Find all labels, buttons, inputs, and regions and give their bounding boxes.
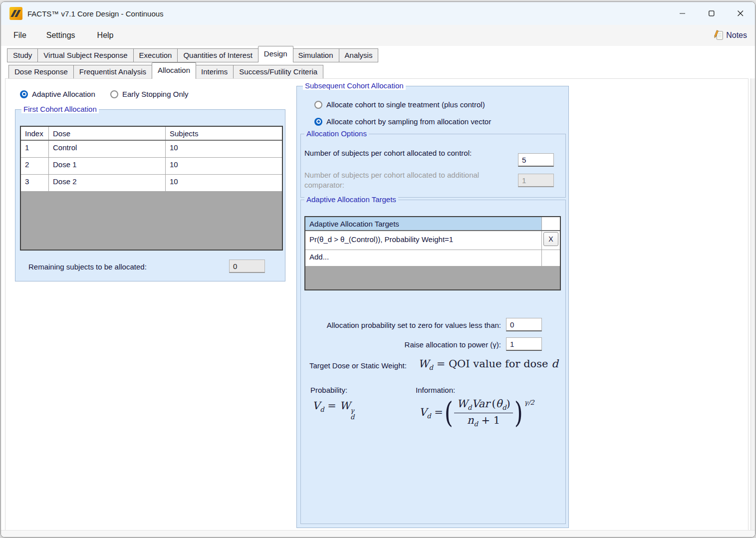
tab-quantities-of-interest[interactable]: Quantities of Interest: [178, 48, 258, 62]
col-header-index: Index: [21, 127, 49, 140]
adaptive-targets-table: Adaptive Allocation Targets Pr(θ_d > θ_(…: [304, 216, 561, 290]
cell-dose[interactable]: Dose 1: [49, 158, 166, 174]
app-icon: [9, 7, 22, 20]
maximize-icon: [709, 10, 715, 16]
control-subjects-field[interactable]: 5: [518, 153, 554, 167]
table-row[interactable]: 2 Dose 1 10: [21, 158, 282, 175]
math-var: n: [467, 414, 474, 426]
minimize-icon: [680, 10, 686, 16]
add-target-row[interactable]: Add...: [305, 250, 560, 267]
target-weight-label: Target Dose or Static Weight:: [309, 361, 407, 370]
math-exp: γ/2: [524, 399, 534, 406]
tab-execution[interactable]: Execution: [134, 48, 178, 62]
targets-header: Adaptive Allocation Targets: [305, 217, 542, 230]
table-empty-area: [21, 192, 282, 250]
window-title: FACTS™ v7.1 Core Design - Continuous: [27, 9, 164, 18]
col-header-dose: Dose: [49, 127, 166, 140]
power-field[interactable]: 1: [506, 337, 542, 351]
table-row[interactable]: 1 Control 10: [21, 141, 282, 158]
tab-simulation[interactable]: Simulation: [293, 48, 339, 62]
subsequent-cohort-allocation-title: Subsequent Cohort Allocation: [303, 81, 406, 90]
main-tab-strip: Study Virtual Subject Response Execution…: [7, 46, 378, 62]
cell-subjects[interactable]: 10: [166, 158, 282, 174]
math-sub: d: [320, 406, 324, 413]
math-paren: (: [492, 398, 496, 410]
menu-settings[interactable]: Settings: [43, 29, 78, 42]
target-row[interactable]: Pr(θ_d > θ_(Control)), Probability Weigh…: [305, 231, 560, 250]
menu-file[interactable]: File: [10, 29, 29, 42]
cell-index[interactable]: 2: [21, 158, 49, 174]
math-sub: d: [474, 420, 478, 427]
information-formula: Vd = ( WdVar (θd) nd + 1 ) γ/2: [419, 398, 534, 428]
add-target-label[interactable]: Add...: [305, 250, 542, 266]
app-window: FACTS™ v7.1 Core Design - Continuous Fil…: [0, 1, 756, 538]
tab-design[interactable]: Design: [258, 46, 293, 62]
cell-subjects[interactable]: 10: [166, 175, 282, 191]
tab-study[interactable]: Study: [7, 48, 38, 62]
cell-dose[interactable]: Control: [49, 141, 166, 157]
first-cohort-allocation-title: First Cohort Allocation: [21, 105, 99, 113]
math-var: W: [418, 358, 429, 370]
notes-button[interactable]: Notes: [713, 30, 747, 41]
table-empty-area: [305, 267, 560, 289]
sampling-vector-label: Allocate cohort by sampling from allocat…: [326, 117, 491, 126]
remaining-subjects-label: Remaining subjects to be allocated:: [28, 263, 147, 271]
allocation-options-title: Allocation Options: [304, 129, 369, 138]
adaptive-allocation-radio[interactable]: Adaptive Allocation: [20, 90, 95, 98]
math-var: W: [457, 398, 468, 410]
cell-index[interactable]: 1: [21, 141, 49, 157]
math-var: V: [312, 400, 320, 412]
table-row[interactable]: 3 Dose 2 10: [21, 175, 282, 192]
single-treatment-radio[interactable]: Allocate cohort to single treatment (plu…: [314, 100, 485, 109]
comparator-subjects-label: Number of subjects per cohort allocated …: [304, 170, 498, 190]
tab-interims[interactable]: Interims: [196, 65, 234, 79]
tab-frequentist-analysis[interactable]: Frequentist Analysis: [74, 65, 152, 79]
zero-threshold-label: Allocation probability set to zero for v…: [300, 321, 501, 329]
single-treatment-label: Allocate cohort to single treatment (plu…: [326, 100, 485, 109]
comparator-subjects-field: 1: [518, 174, 554, 187]
math-text: + 1: [482, 414, 501, 426]
notes-icon: [713, 30, 724, 41]
target-weight-formula: Wd = QOI value for dose d: [418, 358, 558, 371]
maximize-button[interactable]: [697, 2, 726, 25]
probability-label: Probability:: [310, 386, 347, 394]
target-row-label[interactable]: Pr(θ_d > θ_(Control)), Probability Weigh…: [305, 231, 542, 250]
probability-formula: Vd = Wγd: [312, 400, 354, 420]
adaptive-allocation-label: Adaptive Allocation: [32, 90, 95, 98]
notes-label: Notes: [726, 31, 747, 40]
cell-index[interactable]: 3: [21, 175, 49, 191]
design-tab-strip: Dose Response Frequentist Analysis Alloc…: [8, 62, 323, 79]
radio-on-icon: [20, 90, 28, 98]
radio-off-icon: [314, 101, 322, 109]
radio-on-icon: [314, 118, 322, 126]
zero-threshold-field[interactable]: 0: [506, 318, 542, 331]
remove-target-button[interactable]: X: [543, 232, 558, 246]
math-text: = QOI value for dose: [437, 358, 548, 370]
tab-virtual-subject-response[interactable]: Virtual Subject Response: [38, 48, 133, 62]
window-bottom-strip: [1, 530, 755, 537]
menu-bar: File Settings Help Notes: [1, 25, 755, 46]
tab-dose-response[interactable]: Dose Response: [8, 65, 74, 79]
early-stopping-only-radio[interactable]: Early Stopping Only: [110, 90, 189, 98]
math-sub: d: [427, 412, 431, 419]
first-cohort-table: Index Dose Subjects 1 Control 10 2 Dose …: [20, 126, 283, 251]
math-var: V: [419, 406, 427, 418]
math-var: d: [551, 358, 558, 370]
tab-allocation[interactable]: Allocation: [152, 62, 196, 79]
remaining-subjects-field: 0: [229, 260, 265, 273]
cell-subjects[interactable]: 10: [166, 141, 282, 157]
math-eq: =: [434, 406, 443, 418]
math-paren: ): [506, 398, 510, 410]
math-eq: =: [327, 400, 336, 412]
menu-help[interactable]: Help: [94, 29, 117, 42]
math-var: W: [340, 400, 351, 412]
cell-dose[interactable]: Dose 2: [49, 175, 166, 191]
minimize-button[interactable]: [668, 2, 697, 25]
math-sub: d: [502, 404, 506, 411]
close-button[interactable]: [726, 2, 755, 25]
sampling-vector-radio[interactable]: Allocate cohort by sampling from allocat…: [314, 117, 491, 126]
control-subjects-label: Number of subjects per cohort allocated …: [304, 149, 472, 157]
math-var: θ: [496, 398, 503, 410]
tab-success-futility-criteria[interactable]: Success/Futility Criteria: [234, 65, 323, 79]
tab-analysis[interactable]: Analysis: [339, 48, 379, 62]
